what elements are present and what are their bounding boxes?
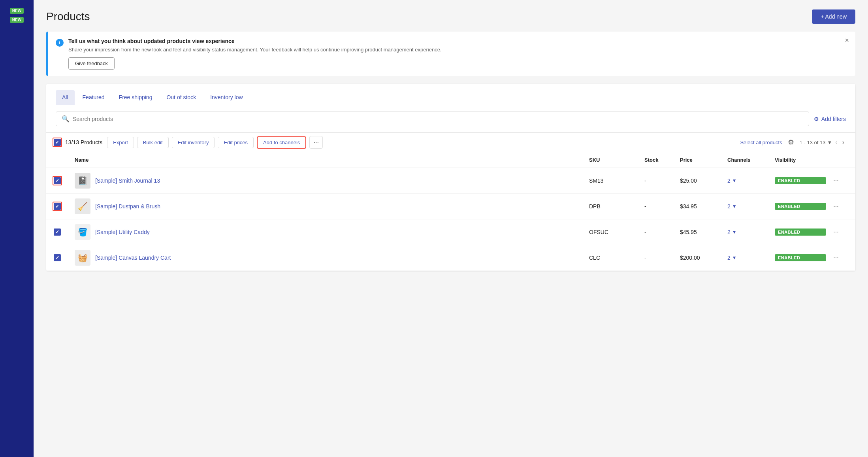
- tab-inventory-low[interactable]: Inventory low: [204, 90, 249, 105]
- add-to-channels-button[interactable]: Add to channels: [257, 136, 306, 149]
- row-2-product-name[interactable]: [Sample] Dustpan & Brush: [95, 203, 160, 210]
- row-2-product-cell: 🧹 [Sample] Dustpan & Brush: [75, 198, 589, 214]
- tab-free-shipping[interactable]: Free shipping: [113, 90, 159, 105]
- row-3-visibility-badge: ENABLED: [775, 228, 826, 236]
- row-4-checkbox[interactable]: ✓: [54, 254, 61, 261]
- pagination-label: 1 - 13 of 13: [800, 140, 826, 145]
- row-2-stock: -: [644, 203, 680, 210]
- row-1-channels-cell[interactable]: 2 ▼: [727, 178, 775, 184]
- edit-prices-button[interactable]: Edit prices: [218, 137, 254, 148]
- row-3-sku: OFSUC: [589, 229, 644, 235]
- row-3-channels-cell[interactable]: 2 ▼: [727, 229, 775, 235]
- give-feedback-button[interactable]: Give feedback: [68, 57, 115, 70]
- filter-icon: ⚙: [814, 116, 819, 122]
- select-all-button[interactable]: Select all products: [740, 140, 782, 145]
- row-2-menu-button[interactable]: ···: [826, 201, 846, 212]
- sidebar: NEW NEW: [0, 0, 34, 457]
- row-2-channels-cell[interactable]: 2 ▼: [727, 203, 775, 210]
- col-checkbox: [53, 155, 75, 164]
- search-box: 🔍: [56, 111, 809, 126]
- edit-inventory-button[interactable]: Edit inventory: [172, 137, 215, 148]
- search-input[interactable]: [73, 116, 803, 122]
- row-4-stock: -: [644, 255, 680, 261]
- row-4-product-name[interactable]: [Sample] Canvas Laundry Cart: [95, 255, 171, 261]
- row-1-checkbox-wrapper[interactable]: ✓: [53, 176, 62, 185]
- row-4-menu-button[interactable]: ···: [826, 253, 846, 263]
- row-1-product-cell: 📓 [Sample] Smith Journal 13: [75, 173, 589, 189]
- row-2-checkbox-wrapper[interactable]: ✓: [53, 202, 62, 211]
- add-filters-label: Add filters: [821, 116, 846, 122]
- master-checkbox[interactable]: ✓: [54, 139, 61, 146]
- row-4-channels-arrow[interactable]: ▼: [732, 255, 737, 261]
- next-page-button[interactable]: ›: [841, 137, 846, 147]
- row-2-thumbnail: 🧹: [75, 198, 90, 214]
- row-3-channels-arrow[interactable]: ▼: [732, 229, 737, 235]
- chevron-down-icon[interactable]: ▼: [827, 140, 832, 145]
- col-channels: Channels: [727, 155, 775, 164]
- master-checkbox-wrapper[interactable]: ✓: [53, 138, 62, 147]
- row-1-channels-arrow[interactable]: ▼: [732, 178, 737, 183]
- products-card: All Featured Free shipping Out of stock …: [46, 84, 855, 271]
- toolbar-row: ✓ 13/13 Products Export Bulk edit Edit i…: [46, 132, 855, 152]
- row-1-checkbox-cell[interactable]: ✓: [53, 176, 75, 185]
- row-4-channels-cell[interactable]: 2 ▼: [727, 255, 775, 261]
- sidebar-new-badge-2: NEW: [10, 17, 24, 23]
- row-3-channels: 2: [727, 229, 731, 235]
- product-count: 13/13 Products: [65, 139, 102, 145]
- bulk-edit-button[interactable]: Bulk edit: [137, 137, 169, 148]
- export-button[interactable]: Export: [107, 137, 134, 148]
- row-1-channels: 2: [727, 178, 731, 184]
- row-1-menu-button[interactable]: ···: [826, 176, 846, 186]
- prev-page-button[interactable]: ‹: [834, 137, 839, 147]
- row-4-checkbox-wrapper[interactable]: ✓: [53, 253, 62, 262]
- settings-icon[interactable]: ⚙: [785, 137, 796, 148]
- row-3-checkbox-cell[interactable]: ✓: [53, 227, 75, 237]
- main-content: Products + Add new i Tell us what you th…: [34, 0, 868, 457]
- col-actions: [826, 155, 846, 164]
- row-3-thumbnail: 🪣: [75, 224, 90, 240]
- tab-all[interactable]: All: [56, 90, 75, 105]
- table-header: Name SKU Stock Price Channels Visibility: [46, 152, 855, 168]
- row-3-checkbox-wrapper[interactable]: ✓: [53, 227, 62, 237]
- row-3-menu-button[interactable]: ···: [826, 227, 846, 237]
- row-2-checkbox-cell[interactable]: ✓: [53, 202, 75, 211]
- row-3-product-cell: 🪣 [Sample] Utility Caddy: [75, 224, 589, 240]
- page-header: Products + Add new: [46, 9, 855, 24]
- row-1-checkbox[interactable]: ✓: [54, 177, 61, 184]
- table-row: ✓ 📓 [Sample] Smith Journal 13 SM13 - $25…: [46, 168, 855, 194]
- row-1-product-name[interactable]: [Sample] Smith Journal 13: [95, 178, 160, 184]
- row-2-channels: 2: [727, 203, 731, 210]
- row-2-checkbox[interactable]: ✓: [54, 203, 61, 210]
- table-row: ✓ 🪣 [Sample] Utility Caddy OFSUC - $45.9…: [46, 219, 855, 245]
- col-visibility: Visibility: [775, 155, 826, 164]
- row-4-thumbnail: 🧺: [75, 250, 90, 266]
- more-options-button[interactable]: ···: [309, 136, 323, 149]
- row-3-checkbox[interactable]: ✓: [54, 228, 61, 236]
- add-new-button[interactable]: + Add new: [812, 9, 855, 24]
- row-3-price: $45.95: [680, 229, 727, 235]
- table-row: ✓ 🧹 [Sample] Dustpan & Brush DPB - $34.9…: [46, 194, 855, 219]
- info-banner: i Tell us what you think about updated p…: [46, 32, 855, 76]
- col-price: Price: [680, 155, 727, 164]
- tab-out-of-stock[interactable]: Out of stock: [160, 90, 202, 105]
- pagination: 1 - 13 of 13 ▼ ‹ ›: [800, 137, 846, 147]
- tabs-row: All Featured Free shipping Out of stock …: [46, 84, 855, 105]
- page-title: Products: [46, 10, 90, 23]
- tab-featured[interactable]: Featured: [76, 90, 111, 105]
- banner-description: Share your impression from the new look …: [68, 47, 441, 53]
- banner-close-button[interactable]: ×: [845, 36, 849, 45]
- row-4-checkbox-cell[interactable]: ✓: [53, 253, 75, 262]
- row-1-thumbnail: 📓: [75, 173, 90, 189]
- row-1-stock: -: [644, 178, 680, 184]
- add-filters-button[interactable]: ⚙ Add filters: [814, 116, 846, 122]
- row-4-sku: CLC: [589, 255, 644, 261]
- banner-text: Tell us what you think about updated pro…: [68, 38, 441, 70]
- checkmark-icon: ✓: [55, 140, 59, 145]
- row-4-channels: 2: [727, 255, 731, 261]
- row-3-product-name[interactable]: [Sample] Utility Caddy: [95, 229, 150, 235]
- row-2-channels-arrow[interactable]: ▼: [732, 204, 737, 209]
- search-icon: 🔍: [62, 115, 70, 123]
- banner-title: Tell us what you think about updated pro…: [68, 38, 441, 44]
- row-2-sku: DPB: [589, 203, 644, 210]
- col-stock: Stock: [644, 155, 680, 164]
